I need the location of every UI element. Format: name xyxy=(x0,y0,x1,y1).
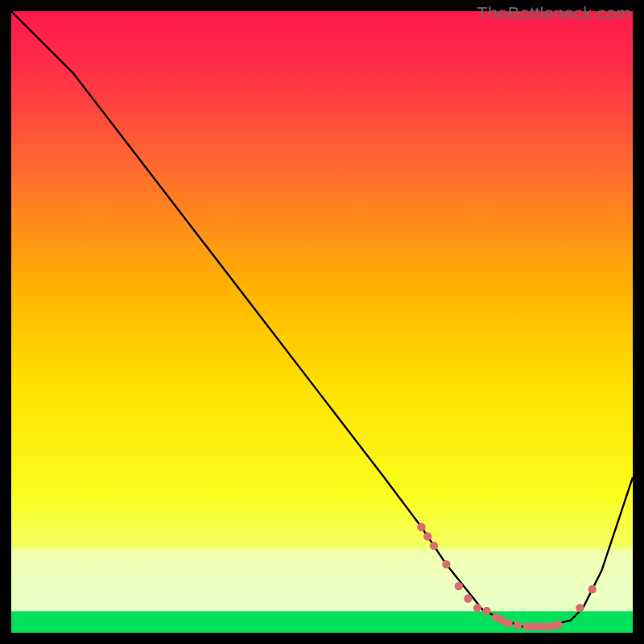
marker-dot xyxy=(588,585,597,593)
marker-dot xyxy=(417,523,425,531)
marker-dot xyxy=(473,604,481,612)
chart-container xyxy=(11,11,633,633)
marker-dot xyxy=(464,594,472,602)
watermark-text: TheBottleneck.com xyxy=(477,3,631,24)
marker-dot xyxy=(554,621,562,629)
marker-dot xyxy=(442,560,450,568)
chart-svg xyxy=(11,11,633,633)
marker-dot xyxy=(514,621,522,630)
gradient-background xyxy=(11,11,633,633)
marker-dot xyxy=(576,604,584,612)
marker-dot xyxy=(430,542,438,550)
marker-dot xyxy=(423,532,431,540)
marker-dot xyxy=(482,607,490,615)
marker-dot xyxy=(455,582,463,590)
marker-dot xyxy=(504,619,512,627)
